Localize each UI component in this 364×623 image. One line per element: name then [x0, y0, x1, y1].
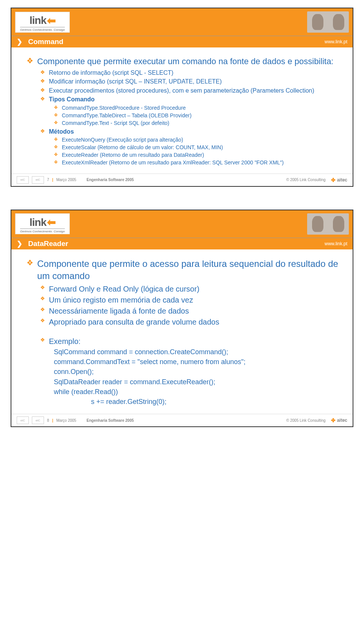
- diamond-bullet-icon: ❖: [27, 56, 33, 67]
- footer-date: Março 2005: [56, 178, 76, 182]
- diamond-bullet-icon: ❖: [40, 128, 45, 136]
- diamond-bullet-icon: ❖: [40, 295, 45, 305]
- list-item: ❖CommandType.StoredProcedure - Stored Pr…: [54, 104, 341, 112]
- list-item: ❖ExecuteScalar (Retorno de cálculo de um…: [54, 144, 341, 151]
- code-line: command.CommandText = "select nome, nume…: [54, 357, 341, 366]
- diamond-bullet-icon: ❖: [40, 69, 45, 77]
- list-item: ❖ExecuteReader (Retorno de um resultado …: [54, 151, 341, 159]
- code-line: while (reader.Read()): [54, 387, 341, 396]
- diamond-bullet-icon: ❖: [40, 317, 45, 327]
- subheading-metodos: ❖Métodos: [40, 128, 341, 136]
- eic-badge-icon: eiC: [32, 416, 44, 424]
- eic-badge-icon: eiC: [17, 176, 29, 184]
- code-line: SqlCommand command = connection.CreateCo…: [54, 347, 341, 356]
- diamond-bullet-icon: ❖: [40, 306, 45, 316]
- clover-icon: ✤: [331, 417, 336, 423]
- code-line: conn.Open();: [54, 367, 341, 376]
- slide-content: ❖ Componente que permite executar um com…: [11, 47, 353, 173]
- partner-logo: ✤ aitec: [331, 417, 347, 423]
- diamond-bullet-icon: ❖: [54, 120, 58, 127]
- slide-footer: eiC eiC 8 | Março 2005 Engenharia Softwa…: [11, 414, 353, 426]
- slide-datareader: link ⬅ Gerimos Conhecimento. Consigo ❯ D…: [11, 210, 353, 427]
- diamond-bullet-icon: ❖: [54, 144, 58, 151]
- diamond-bullet-icon: ❖: [54, 112, 58, 119]
- slide-title-bar: ❯ Command www.link.pt: [11, 36, 353, 47]
- header-decorative-image: [307, 213, 349, 235]
- footer-copyright: © 2005 Link Consulting: [286, 418, 326, 423]
- brand-url: www.link.pt: [325, 241, 347, 246]
- diamond-bullet-icon: ❖: [40, 77, 45, 86]
- slide-header: link ⬅ Gerimos Conhecimento. Consigo: [11, 8, 353, 36]
- list-item: ❖Executar procedimentos (stored procedur…: [40, 87, 341, 95]
- footer-copyright: © 2005 Link Consulting: [286, 178, 326, 182]
- example-label: ❖Exemplo:: [40, 336, 341, 347]
- code-line: s += reader.GetString(0);: [91, 397, 341, 406]
- diamond-bullet-icon: ❖: [54, 136, 58, 144]
- page-number: 7: [47, 178, 49, 182]
- diamond-bullet-icon: ❖: [40, 336, 45, 347]
- footer-course: Engenharia Software 2005: [86, 418, 134, 423]
- slide-title: Command: [28, 38, 63, 46]
- chevron-right-icon: ❯: [17, 38, 22, 46]
- chevron-right-icon: ❯: [17, 240, 22, 248]
- brand-logo: link ⬅ Gerimos Conhecimento. Consigo: [15, 213, 70, 234]
- slide-title-bar: ❯ DataReader www.link.pt: [11, 238, 353, 249]
- logo-text: link: [30, 14, 46, 27]
- arrow-left-icon: ⬅: [47, 216, 55, 229]
- diamond-bullet-icon: ❖: [54, 159, 58, 166]
- slide-title: DataReader: [28, 240, 68, 248]
- eic-badge-icon: eiC: [32, 176, 44, 184]
- arrow-left-icon: ⬅: [47, 14, 55, 27]
- diamond-bullet-icon: ❖: [27, 258, 33, 282]
- partner-logo: ✤ aitec: [331, 177, 347, 183]
- footer-date: Março 2005: [56, 418, 76, 423]
- list-item: ❖Modificar informação (script SQL – INSE…: [40, 77, 341, 86]
- list-item: ❖CommandType.TableDirect – Tabela (OLEDB…: [54, 112, 341, 119]
- page-number: 8: [47, 418, 49, 423]
- code-line: SqlDataReader reader = command.ExecuteRe…: [54, 377, 341, 386]
- diamond-bullet-icon: ❖: [40, 87, 45, 95]
- separator-icon: |: [52, 418, 53, 423]
- list-item: ❖Retorno de informação (script SQL - SEL…: [40, 69, 341, 77]
- eic-badge-icon: eiC: [17, 416, 29, 424]
- heading-main: ❖ Componente que permite executar um com…: [27, 56, 341, 67]
- list-item: ❖Forward Only e Read Only (lógica de cur…: [40, 284, 341, 294]
- diamond-bullet-icon: ❖: [40, 284, 45, 294]
- brand-logo: link ⬅ Gerimos Conhecimento. Consigo: [15, 12, 70, 33]
- separator-icon: |: [52, 178, 53, 182]
- slide-footer: eiC eiC 7 | Março 2005 Engenharia Softwa…: [11, 173, 353, 186]
- brand-url: www.link.pt: [325, 39, 347, 44]
- list-item: ❖ExecuteNonQuery (Execução script para a…: [54, 136, 341, 144]
- list-item: ❖Apropriado para consulta de grande volu…: [40, 317, 341, 327]
- diamond-bullet-icon: ❖: [40, 95, 45, 104]
- list-item: ❖Necessáriamente ligada á fonte de dados: [40, 306, 341, 316]
- list-item: ❖ExecuteXmlReader (Retorno de um resulta…: [54, 159, 341, 166]
- slide-header: link ⬅ Gerimos Conhecimento. Consigo: [11, 210, 353, 238]
- footer-course: Engenharia Software 2005: [86, 178, 134, 182]
- list-item: ❖CommandType.Text - Script SQL (por defe…: [54, 120, 341, 127]
- heading-main: ❖ Componente que permite o acesso para l…: [27, 258, 341, 282]
- logo-tagline: Gerimos Conhecimento. Consigo: [20, 27, 65, 32]
- list-item: ❖Um único registo em memória de cada vez: [40, 295, 341, 305]
- header-decorative-image: [307, 11, 349, 33]
- subheading-tipos: ❖Tipos Comando: [40, 95, 341, 104]
- logo-tagline: Gerimos Conhecimento. Consigo: [20, 229, 65, 233]
- slide-command: link ⬅ Gerimos Conhecimento. Consigo ❯ C…: [11, 8, 353, 187]
- clover-icon: ✤: [331, 177, 336, 183]
- slide-content: ❖ Componente que permite o acesso para l…: [11, 249, 353, 414]
- diamond-bullet-icon: ❖: [54, 104, 58, 112]
- logo-text: link: [30, 216, 46, 229]
- diamond-bullet-icon: ❖: [54, 151, 58, 159]
